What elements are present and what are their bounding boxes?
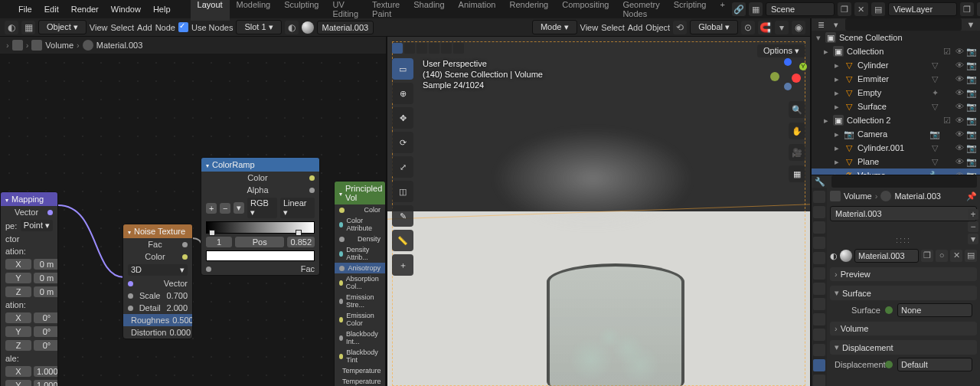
props-tab-data[interactable] <box>813 344 825 356</box>
noise-prop-distortion[interactable]: Distortion0.000 <box>123 326 192 339</box>
tab-rendering[interactable]: Rendering <box>502 0 555 21</box>
disclosure-triangle-icon[interactable]: ▸ <box>833 102 841 112</box>
noise-dimensions-select[interactable]: 3D▾ <box>128 264 188 276</box>
mapping-rot-y[interactable]: 0° <box>34 326 58 337</box>
camera-view-icon[interactable]: 🎥 <box>789 144 805 161</box>
pv-socket[interactable]: Blackbody Tint <box>335 347 385 365</box>
tool-scale[interactable]: ⤢ <box>392 156 413 178</box>
outliner-toggle-icon[interactable]: 👁 <box>954 102 965 112</box>
props-tab-viewlayer[interactable] <box>813 221 825 234</box>
interaction-mode-select[interactable]: Mode ▾ <box>532 20 577 34</box>
noise-prop-roughnes[interactable]: Roughnes0.500 <box>123 314 192 326</box>
material-sphere-icon[interactable] <box>880 191 891 201</box>
node-noise-header[interactable]: Noise Texture <box>123 224 192 238</box>
outliner-toggle-icon[interactable]: 📷 <box>966 102 977 112</box>
viewlayer-delete-button[interactable]: ✕ <box>977 2 980 16</box>
outliner-toggle-icon[interactable] <box>942 102 952 112</box>
props-tab-modifier[interactable] <box>813 283 825 295</box>
outliner-toggle-icon[interactable]: 📷 <box>966 116 977 126</box>
surface-node-link-icon[interactable] <box>885 306 893 314</box>
outliner-toggle-icon[interactable] <box>942 129 952 139</box>
colorramp-pos-value[interactable]: 0.852 <box>287 237 315 247</box>
displacement-node-link-icon[interactable] <box>885 361 893 368</box>
outliner-toggle-icon[interactable]: ▽ <box>929 143 940 153</box>
outliner-toggle-icon[interactable]: 📷 <box>966 61 977 70</box>
material-slot-remove-button[interactable]: − <box>968 221 978 232</box>
pin-icon[interactable]: 📌 <box>966 191 977 201</box>
pv-socket[interactable]: Color Attribute <box>335 215 385 234</box>
use-nodes-checkbox[interactable]: Use Nodes <box>178 22 233 32</box>
section-surface[interactable]: ▾Surface <box>830 286 977 300</box>
colorramp-add-button[interactable]: + <box>206 203 217 214</box>
outliner-item[interactable]: ▸▽Cylinder.001▽👁📷 <box>812 141 980 155</box>
mapping-loc-x[interactable]: 0 m <box>34 259 58 270</box>
outliner-toggle-icon[interactable]: 📷 <box>966 143 977 153</box>
outliner-toggle-icon[interactable]: 📷 <box>966 47 977 57</box>
props-tab-particle[interactable] <box>813 298 825 310</box>
mapping-scale-x[interactable]: 1.000 <box>34 366 58 377</box>
disclosure-triangle-icon[interactable]: ▸ <box>833 88 841 98</box>
outliner-toggle-icon[interactable]: ▽ <box>929 157 940 167</box>
disclosure-triangle-icon[interactable]: ▸ <box>833 157 841 167</box>
shader-type-select[interactable]: Object ▾ <box>38 20 87 34</box>
node-colorramp[interactable]: ColorRamp Color Alpha + − ▾ RGB ▾ Linear… <box>201 157 320 276</box>
outliner-toggle-icon[interactable]: 📷 <box>966 129 977 139</box>
tab-uv-editing[interactable]: UV Editing <box>325 0 365 21</box>
tool-measure[interactable]: 📏 <box>392 230 413 251</box>
menu-window[interactable]: Window <box>105 5 147 14</box>
material-slot-select[interactable]: Slot 1 ▾ <box>236 20 281 34</box>
node-mapping-header[interactable]: Mapping <box>1 192 57 206</box>
node-menu-select[interactable]: Select <box>111 23 135 32</box>
pivot-point-select[interactable]: ⊙ <box>741 21 755 34</box>
select-mode-6[interactable] <box>453 43 464 54</box>
colorramp-mode-select[interactable]: RGB ▾ <box>247 198 277 218</box>
props-tab-render[interactable] <box>813 191 825 203</box>
tab-scripting[interactable]: Scripting <box>667 0 714 21</box>
socket-vector-in[interactable]: ctor <box>5 234 19 244</box>
outliner-toggle-icon[interactable]: 👁 <box>954 88 965 98</box>
outliner-toggle-icon[interactable] <box>942 61 952 70</box>
material-new-button[interactable]: ❐ <box>921 250 933 262</box>
outliner-item[interactable]: ▸▽Cylinder▽👁📷 <box>812 58 980 72</box>
node-menu-view[interactable]: View <box>90 23 108 32</box>
snap-options[interactable]: ▾ <box>775 21 789 34</box>
scene-new-button[interactable]: ❐ <box>838 2 851 16</box>
world-icon[interactable] <box>12 40 23 51</box>
viewport-menu-object[interactable]: Object <box>645 23 670 32</box>
props-tab-object[interactable] <box>813 267 825 280</box>
outliner-toggle-icon[interactable]: 👁 <box>954 129 965 139</box>
props-tab-texture[interactable] <box>813 375 825 386</box>
material-browse-button[interactable]: ◐ <box>830 251 838 261</box>
material-name-input[interactable]: Material.003 <box>317 21 374 34</box>
viewlayer-new-button[interactable]: ❐ <box>960 2 974 16</box>
props-tab-world[interactable] <box>813 252 825 264</box>
noise-prop-scale[interactable]: Scale0.700 <box>123 290 192 302</box>
outliner-item[interactable]: ▸▽Emmiter▽👁📷 <box>812 72 980 86</box>
props-tab-output[interactable] <box>813 206 825 218</box>
mapping-loc-z[interactable]: 0 m <box>34 286 58 297</box>
volume-object-icon[interactable] <box>830 191 841 201</box>
scene-browse-icon[interactable]: 🔗 <box>732 2 746 16</box>
tab-sculpting[interactable]: Sculpting <box>277 0 325 21</box>
navigation-gizmo[interactable]: Y <box>769 58 802 92</box>
outliner-item[interactable]: ▸▽Surface▽👁📷 <box>812 100 980 113</box>
breadcrumb-object-label[interactable]: Volume <box>45 41 74 50</box>
outliner-tree[interactable]: ▾ ▣ Scene Collection ▸▣Collection☑👁📷▸▽Cy… <box>812 31 980 175</box>
props-crumb-material[interactable]: Material.003 <box>894 191 941 201</box>
tab-modeling[interactable]: Modeling <box>230 0 278 21</box>
outliner-toggle-icon[interactable]: ☑ <box>942 116 952 126</box>
material-slot-resize-handle[interactable]: :::: <box>830 235 977 244</box>
outliner-search-input[interactable] <box>845 18 962 31</box>
pv-socket[interactable]: Anisotropy <box>335 263 385 273</box>
section-displacement[interactable]: ▾Displacement <box>830 340 977 355</box>
colorramp-menu-button[interactable]: ▾ <box>234 202 244 214</box>
disclosure-triangle-icon[interactable]: ▸ <box>833 143 841 153</box>
props-tab-physics[interactable] <box>813 313 825 325</box>
object-icon[interactable] <box>31 40 42 51</box>
menu-file[interactable]: File <box>12 5 38 14</box>
outliner-toggle-icon[interactable]: 👁 <box>954 61 965 70</box>
outliner-scene-collection[interactable]: ▾ ▣ Scene Collection <box>812 31 980 44</box>
outliner-item[interactable]: ▸▽Plane▽👁📷 <box>812 155 980 168</box>
socket-vector-in[interactable]: Vector <box>164 279 188 288</box>
node-noise-texture[interactable]: Noise Texture Fac Color 3D▾ Vector Scale… <box>122 224 193 339</box>
